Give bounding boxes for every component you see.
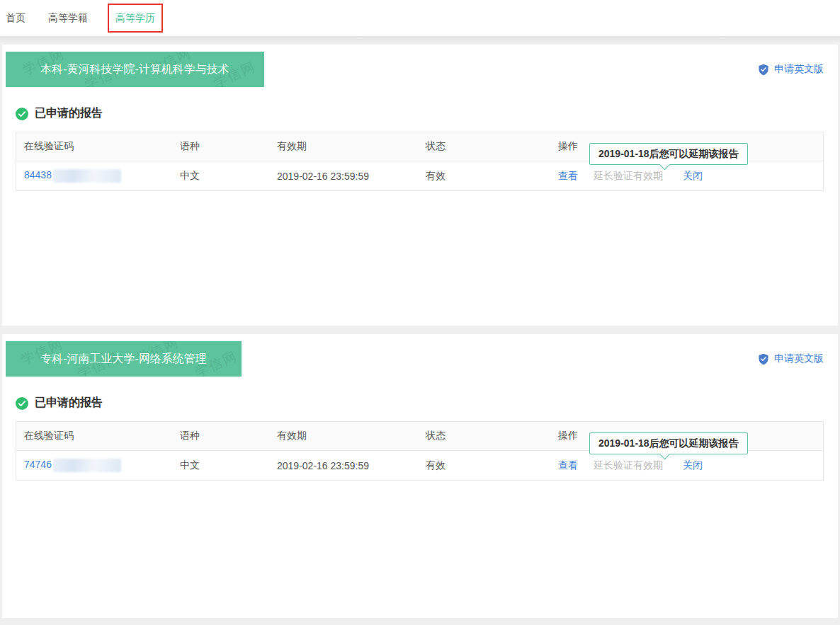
table-header-row: 在线验证码 语种 有效期 状态 操作 2019-01-18后您可以延期该报告 — [16, 422, 823, 451]
view-report-link[interactable]: 查看 — [558, 459, 578, 472]
verification-code-cell: 74746 — [16, 459, 172, 472]
active-tab-highlight-box: 高等学历 — [108, 4, 163, 33]
shield-icon — [758, 353, 769, 365]
divider-band — [0, 36, 840, 45]
degree-banner-title: 专科-河南工业大学-网络系统管理 — [40, 352, 207, 367]
close-report-link[interactable]: 关闭 — [683, 170, 703, 183]
page-content: 学信网 学信网 学信网 学信网 本科-黄河科技学院-计算机科学与技术 申请英文版… — [0, 45, 840, 618]
redacted-code-blur — [53, 169, 121, 183]
reports-table: 在线验证码 语种 有效期 状态 操作 2019-01-18后您可以延期该报告 7… — [16, 421, 824, 481]
verification-code-link[interactable]: 74746 — [24, 459, 52, 470]
extend-deadline-tooltip: 2019-01-18后您可以延期该报告 — [589, 143, 748, 165]
apply-english-label: 申请英文版 — [774, 63, 824, 76]
header-validity: 有效期 — [269, 430, 418, 442]
tab-student-status[interactable]: 高等学籍 — [48, 12, 88, 25]
banner-row: 学信网 学信网 学信网 学信网 本科-黄河科技学院-计算机科学与技术 申请英文版 — [2, 45, 838, 87]
shield-icon — [758, 64, 769, 76]
tab-home[interactable]: 首页 — [6, 12, 25, 25]
view-report-link[interactable]: 查看 — [558, 170, 578, 183]
header-language: 语种 — [172, 430, 269, 442]
status-cell: 有效 — [418, 459, 550, 472]
reports-table: 在线验证码 语种 有效期 状态 操作 2019-01-18后您可以延期该报告 8… — [16, 132, 824, 191]
table-row: 84438 中文 2019-02-16 23:59:59 有效 查看 延长验证有… — [16, 161, 823, 190]
table-row: 74746 中文 2019-02-16 23:59:59 有效 查看 延长验证有… — [16, 451, 823, 480]
header-language: 语种 — [172, 140, 269, 153]
tab-higher-education-degree[interactable]: 高等学历 — [115, 12, 155, 23]
header-status: 状态 — [418, 430, 550, 442]
header-operation: 操作 — [558, 430, 578, 442]
extend-deadline-tooltip: 2019-01-18后您可以延期该报告 — [589, 432, 748, 454]
header-operation-cell: 操作 2019-01-18后您可以延期该报告 — [550, 140, 823, 153]
degree-card-bachelor: 学信网 学信网 学信网 学信网 本科-黄河科技学院-计算机科学与技术 申请英文版… — [2, 45, 838, 326]
header-status: 状态 — [418, 140, 550, 153]
apply-english-label: 申请英文版 — [774, 352, 824, 365]
operations-cell: 查看 延长验证有效期 关闭 — [550, 170, 823, 183]
apply-english-version-link[interactable]: 申请英文版 — [758, 63, 824, 76]
operations-cell: 查看 延长验证有效期 关闭 — [550, 459, 823, 472]
degree-banner: 学信网 学信网 学信网 学信网 本科-黄河科技学院-计算机科学与技术 — [6, 52, 264, 87]
applied-reports-section-title: 已申请的报告 — [16, 106, 838, 121]
check-circle-icon — [16, 108, 28, 120]
verification-code-cell: 84438 — [16, 169, 172, 183]
header-operation-cell: 操作 2019-01-18后您可以延期该报告 — [550, 430, 823, 442]
section-title-text: 已申请的报告 — [35, 396, 103, 411]
degree-card-associate: 学信网 学信网 学信网 学信网 专科-河南工业大学-网络系统管理 申请英文版 已… — [2, 334, 838, 618]
top-tab-bar: 首页 高等学籍 高等学历 — [0, 0, 840, 36]
section-title-text: 已申请的报告 — [35, 106, 103, 121]
header-verification-code: 在线验证码 — [16, 140, 172, 153]
table-header-row: 在线验证码 语种 有效期 状态 操作 2019-01-18后您可以延期该报告 — [16, 132, 823, 161]
status-cell: 有效 — [418, 170, 550, 183]
validity-cell: 2019-02-16 23:59:59 — [269, 171, 418, 182]
header-verification-code: 在线验证码 — [16, 430, 172, 442]
close-report-link[interactable]: 关闭 — [683, 459, 703, 472]
extend-validity-link-disabled: 延长验证有效期 — [594, 459, 663, 472]
degree-banner: 学信网 学信网 学信网 学信网 专科-河南工业大学-网络系统管理 — [6, 341, 242, 377]
language-cell: 中文 — [172, 170, 269, 183]
check-circle-icon — [16, 397, 28, 410]
degree-banner-title: 本科-黄河科技学院-计算机科学与技术 — [40, 62, 229, 77]
verification-code-link[interactable]: 84438 — [24, 169, 52, 180]
header-validity: 有效期 — [269, 140, 418, 153]
apply-english-version-link[interactable]: 申请英文版 — [758, 352, 824, 365]
banner-row: 学信网 学信网 学信网 学信网 专科-河南工业大学-网络系统管理 申请英文版 — [2, 334, 838, 377]
extend-validity-link-disabled: 延长验证有效期 — [594, 170, 663, 183]
header-operation: 操作 — [558, 140, 578, 153]
language-cell: 中文 — [172, 459, 269, 472]
redacted-code-blur — [53, 459, 121, 472]
validity-cell: 2019-02-16 23:59:59 — [269, 460, 418, 471]
applied-reports-section-title: 已申请的报告 — [16, 396, 838, 411]
